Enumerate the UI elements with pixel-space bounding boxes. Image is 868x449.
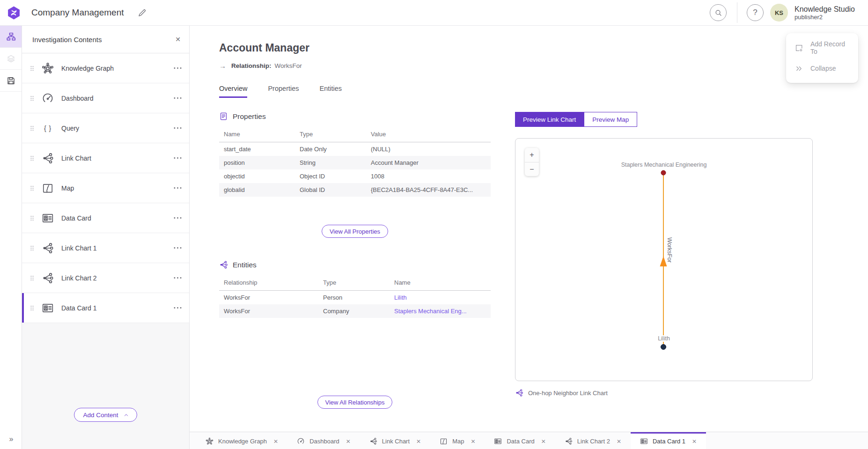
cell-name: globalid (219, 183, 295, 197)
drag-handle-icon[interactable] (29, 123, 36, 133)
drag-handle-icon[interactable] (29, 63, 36, 74)
rail-item-layers[interactable] (0, 48, 22, 70)
close-panel-icon[interactable]: ✕ (175, 36, 181, 43)
close-tab-icon[interactable]: ✕ (692, 438, 697, 445)
col-header: Relationship (219, 275, 318, 291)
close-tab-icon[interactable]: ✕ (273, 438, 278, 445)
close-tab-icon[interactable]: ✕ (617, 438, 621, 445)
drag-handle-icon[interactable] (29, 93, 36, 103)
zoom-controls: + − (525, 148, 539, 176)
close-tab-icon[interactable]: ✕ (346, 438, 351, 445)
node-label-person[interactable]: Lilith (515, 334, 812, 342)
tab-entities[interactable]: Entities (320, 85, 342, 98)
app-logo-icon[interactable] (7, 6, 21, 20)
bottom-tab-bar: Knowledge Graph ✕ Dashboard ✕ Link Chart… (190, 432, 868, 449)
item-menu-icon[interactable] (173, 63, 183, 73)
sidebar-item-knowledge-graph[interactable]: Knowledge Graph (22, 53, 189, 83)
top-bar: Company Management ? KS Knowledge Studio… (0, 0, 868, 26)
sidebar-item-link-chart[interactable]: Link Chart (22, 143, 189, 173)
sidebar-item-dashboard[interactable]: Dashboard (22, 83, 189, 113)
item-menu-icon[interactable] (173, 273, 183, 283)
sidebar-item-data-card-1[interactable]: Data Card 1 (22, 293, 189, 323)
sidebar-item-link-chart-2[interactable]: Link Chart 2 (22, 263, 189, 293)
drag-handle-icon[interactable] (29, 153, 36, 163)
record-view: Account Manager → Relationship: WorksFor… (190, 26, 868, 432)
table-row: objectid Object ID 1008 (219, 169, 491, 183)
item-menu-icon[interactable] (173, 213, 183, 223)
record-type-value: WorksFor (275, 62, 302, 69)
menu-item-add-record-to[interactable]: Add Record To (786, 37, 858, 58)
rail-item-contents[interactable] (0, 26, 22, 48)
avatar-initials: KS (775, 9, 783, 16)
investigation-title: Company Management (31, 7, 124, 18)
search-button[interactable] (710, 4, 727, 21)
question-mark-icon: ? (753, 8, 757, 17)
item-menu-icon[interactable] (173, 93, 183, 103)
bottom-tab-link-chart[interactable]: Link Chart ✕ (360, 432, 430, 449)
sidebar-item-label: Data Card (61, 214, 91, 222)
drag-handle-icon[interactable] (29, 213, 36, 223)
sidebar-item-map[interactable]: Map (22, 173, 189, 203)
add-content-button[interactable]: Add Content (74, 408, 137, 422)
bottom-tab-label: Knowledge Graph (218, 438, 267, 445)
node-label-company[interactable]: Staplers Mechanical Engineering (515, 162, 812, 168)
link-chart-preview[interactable]: + − Staplers Mechanical Engineering Work… (515, 138, 813, 381)
tab-overview[interactable]: Overview (219, 85, 247, 98)
add-record-icon (794, 44, 803, 52)
close-tab-icon[interactable]: ✕ (541, 438, 546, 445)
zoom-in-button[interactable]: + (525, 148, 539, 162)
preview-link-chart-button[interactable]: Preview Link Chart (515, 112, 584, 127)
sidebar-item-query[interactable]: { } Query (22, 113, 189, 143)
view-all-relationships-button[interactable]: View All Relationships (317, 396, 393, 409)
bottom-tab-map[interactable]: Map ✕ (430, 432, 485, 449)
link-chart-icon (369, 437, 377, 445)
sidebar-item-link-chart-1[interactable]: Link Chart 1 (22, 233, 189, 263)
col-header: Name (219, 127, 295, 142)
chart-caption: One-hop Neighbor Link Chart (515, 389, 813, 397)
sidebar-item-data-card[interactable]: Data Card (22, 203, 189, 233)
bottom-tab-knowledge-graph[interactable]: Knowledge Graph ✕ (196, 432, 287, 449)
preview-map-button[interactable]: Preview Map (584, 112, 637, 127)
left-icon-rail: » (0, 26, 22, 449)
entity-link[interactable]: Lilith (394, 294, 407, 301)
drag-handle-icon[interactable] (29, 243, 36, 253)
record-type-line: → Relationship: WorksFor (219, 62, 868, 70)
main-area: Account Manager → Relationship: WorksFor… (190, 26, 868, 449)
edit-title-pencil-icon[interactable] (137, 8, 147, 18)
help-button[interactable]: ? (747, 4, 764, 21)
expand-panel-icon[interactable]: » (0, 435, 22, 443)
close-tab-icon[interactable]: ✕ (416, 438, 421, 445)
cell-value: (NULL) (366, 142, 491, 156)
link-chart-canvas[interactable] (515, 139, 812, 381)
bottom-tab-label: Map (452, 438, 464, 445)
item-menu-icon[interactable] (173, 303, 183, 313)
braces-icon: { } (42, 125, 54, 132)
properties-heading: Properties (233, 112, 266, 121)
drag-handle-icon[interactable] (29, 273, 36, 283)
bottom-tab-dashboard[interactable]: Dashboard ✕ (287, 432, 360, 449)
avatar[interactable]: KS (770, 4, 788, 22)
item-menu-icon[interactable] (173, 243, 183, 253)
rail-item-save[interactable] (0, 70, 22, 92)
bottom-tab-data-card[interactable]: Data Card ✕ (485, 432, 555, 449)
item-menu-icon[interactable] (173, 153, 183, 163)
overview-left-column: Properties Name Type Value (219, 112, 491, 409)
table-row: position String Account Manager (219, 156, 491, 169)
menu-item-collapse[interactable]: Collapse (786, 58, 858, 79)
close-tab-icon[interactable]: ✕ (471, 438, 475, 445)
drag-handle-icon[interactable] (29, 303, 36, 313)
cell-type: Global ID (295, 183, 366, 197)
item-menu-icon[interactable] (173, 123, 183, 133)
view-all-properties-button[interactable]: View All Properties (322, 225, 388, 238)
topbar-actions: ? KS Knowledge Studio publisher2 (710, 2, 855, 23)
edge-label-worksfor[interactable]: WorksFor (666, 237, 673, 263)
drag-handle-icon[interactable] (29, 183, 36, 193)
tab-properties[interactable]: Properties (268, 85, 299, 98)
zoom-out-button[interactable]: − (525, 162, 539, 176)
bottom-tab-link-chart-2[interactable]: Link Chart 2 ✕ (555, 432, 631, 449)
item-menu-icon[interactable] (173, 183, 183, 193)
bottom-tab-data-card-1[interactable]: Data Card 1 ✕ (631, 432, 706, 449)
cell-value: 1008 (366, 169, 491, 183)
properties-section: Properties Name Type Value (219, 112, 491, 238)
entity-link[interactable]: Staplers Mechanical Eng... (394, 308, 467, 315)
